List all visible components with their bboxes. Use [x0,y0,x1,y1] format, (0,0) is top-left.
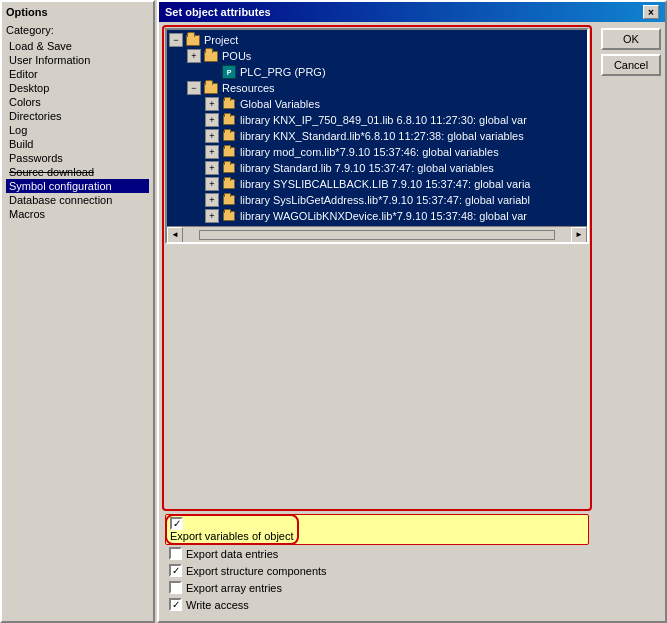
cancel-button[interactable]: Cancel [601,54,661,76]
folder-small-icon [221,113,237,127]
sidebar-item-desktop[interactable]: Desktop [6,81,149,95]
tree-expander[interactable]: + [205,97,219,111]
checkbox-row-export-data: Export data entries [165,545,589,562]
checkbox-label-export-array: Export array entries [186,582,282,594]
folder-small-icon [221,209,237,223]
sidebar-item-load-save[interactable]: Load & Save [6,39,149,53]
close-icon[interactable]: × [643,5,659,19]
tree-node-label: library mod_com.lib*7.9.10 15:37:46: glo… [240,146,499,158]
category-list: Load & SaveUser InformationEditorDesktop… [6,39,149,221]
tree-expander[interactable]: + [205,113,219,127]
pou-icon: P [221,65,237,79]
tree-node-label: POUs [222,50,251,62]
tree-node[interactable]: +library KNX_Standard.lib*6.8.10 11:27:3… [169,128,585,144]
tree-expander[interactable]: + [205,145,219,159]
tree-node[interactable]: +Global Variables [169,96,585,112]
scrollbar-track[interactable] [199,230,555,240]
dialog-main: −Project+POUsPPLC_PRG (PRG)−Resources+Gl… [159,22,595,621]
tree-node-label: library SYSLIBCALLBACK.LIB 7.9.10 15:37:… [240,178,530,190]
tree-expander[interactable]: + [205,193,219,207]
tree-node[interactable]: +library mod_com.lib*7.9.10 15:37:46: gl… [169,144,585,160]
folder-small-icon [221,145,237,159]
sidebar-item-database-conn[interactable]: Database connection [6,193,149,207]
tree-node[interactable]: +POUs [169,48,585,64]
tree-node-label: Resources [222,82,275,94]
tree-node-label: Global Variables [240,98,320,110]
checkbox-export-struct[interactable] [169,564,182,577]
sidebar-item-symbol-config[interactable]: Symbol configuration [6,179,149,193]
folder-icon [185,33,201,47]
checkbox-export-data[interactable] [169,547,182,560]
folder-small-icon [221,129,237,143]
tree-node[interactable]: +library WAGOLibKNXDevice.lib*7.9.10 15:… [169,208,585,224]
checkbox-export-array[interactable] [169,581,182,594]
tree-expander[interactable]: − [169,33,183,47]
tree-wrap: −Project+POUsPPLC_PRG (PRG)−Resources+Gl… [165,28,589,508]
checkboxes-area: Export variables of objectExport data en… [165,512,589,615]
sidebar-item-macros[interactable]: Macros [6,207,149,221]
checkbox-label-write-access: Write access [186,599,249,611]
scroll-right-btn[interactable]: ► [571,227,587,243]
tree-node-label: library SysLibGetAddress.lib*7.9.10 15:3… [240,194,530,206]
tree-node-label: library KNX_Standard.lib*6.8.10 11:27:38… [240,130,524,142]
buttons-column: OK Cancel [595,22,665,621]
category-label: Category: [6,24,149,36]
tree-node[interactable]: −Resources [169,80,585,96]
tree-node-label: library Standard.lib 7.9.10 15:37:47: gl… [240,162,494,174]
checkbox-row-export-struct: Export structure components [165,562,589,579]
sidebar-item-log[interactable]: Log [6,123,149,137]
red-oval-wrap: Export variables of object [170,517,294,542]
sidebar-item-editor[interactable]: Editor [6,67,149,81]
checkbox-row-export-vars: Export variables of object [165,514,589,545]
checkbox-write-access[interactable] [169,598,182,611]
sidebar-item-passwords[interactable]: Passwords [6,151,149,165]
checkbox-row-write-access: Write access [165,596,589,613]
sidebar-item-user-info[interactable]: User Information [6,53,149,67]
checkbox-export-vars[interactable] [170,517,183,530]
options-title: Options [6,6,149,18]
tree-node[interactable]: +library Standard.lib 7.9.10 15:37:47: g… [169,160,585,176]
folder-small-icon [221,161,237,175]
tree-node[interactable]: +library SysLibGetAddress.lib*7.9.10 15:… [169,192,585,208]
tree-expander[interactable]: + [205,129,219,143]
sidebar-item-build[interactable]: Build [6,137,149,151]
scrollbar-horizontal[interactable]: ◄ ► [167,226,587,242]
dialog-titlebar: Set object attributes × [159,2,665,22]
tree-node-label: library KNX_IP_750_849_01.lib 6.8.10 11:… [240,114,527,126]
checkbox-label-export-vars: Export variables of object [170,530,294,542]
checkbox-row-export-array: Export array entries [165,579,589,596]
tree-expander[interactable]: − [187,81,201,95]
folder-small-icon [221,193,237,207]
tree-expander[interactable]: + [187,49,201,63]
folder-small-icon [221,97,237,111]
tree-node[interactable]: +library SYSLIBCALLBACK.LIB 7.9.10 15:37… [169,176,585,192]
checkbox-label-export-data: Export data entries [186,548,278,560]
dialog-panel: Set object attributes × −Project+POUsPPL… [157,0,667,623]
sidebar-item-directories[interactable]: Directories [6,109,149,123]
dialog-title: Set object attributes [165,6,271,18]
sidebar-item-source-download[interactable]: Source download [6,165,149,179]
ok-button[interactable]: OK [601,28,661,50]
tree-node-label: library WAGOLibKNXDevice.lib*7.9.10 15:3… [240,210,527,222]
dialog-content: −Project+POUsPPLC_PRG (PRG)−Resources+Gl… [159,22,595,621]
checkbox-label-export-struct: Export structure components [186,565,327,577]
tree-inner[interactable]: −Project+POUsPPLC_PRG (PRG)−Resources+Gl… [167,30,587,226]
tree-expander[interactable]: + [205,177,219,191]
options-panel: Options Category: Load & SaveUser Inform… [0,0,155,623]
sidebar-item-colors[interactable]: Colors [6,95,149,109]
tree-node-label: PLC_PRG (PRG) [240,66,326,78]
tree-node[interactable]: PPLC_PRG (PRG) [169,64,585,80]
dialog-body: −Project+POUsPPLC_PRG (PRG)−Resources+Gl… [159,22,665,621]
folder-icon [203,81,219,95]
tree-node-label: Project [204,34,238,46]
tree-node[interactable]: +library KNX_IP_750_849_01.lib 6.8.10 11… [169,112,585,128]
scroll-left-btn[interactable]: ◄ [167,227,183,243]
tree-node[interactable]: −Project [169,32,585,48]
tree-expander[interactable]: + [205,161,219,175]
tree-expander[interactable]: + [205,209,219,223]
folder-icon [203,49,219,63]
folder-small-icon [221,177,237,191]
main-window: Options Category: Load & SaveUser Inform… [0,0,667,623]
tree-container[interactable]: −Project+POUsPPLC_PRG (PRG)−Resources+Gl… [165,28,589,244]
